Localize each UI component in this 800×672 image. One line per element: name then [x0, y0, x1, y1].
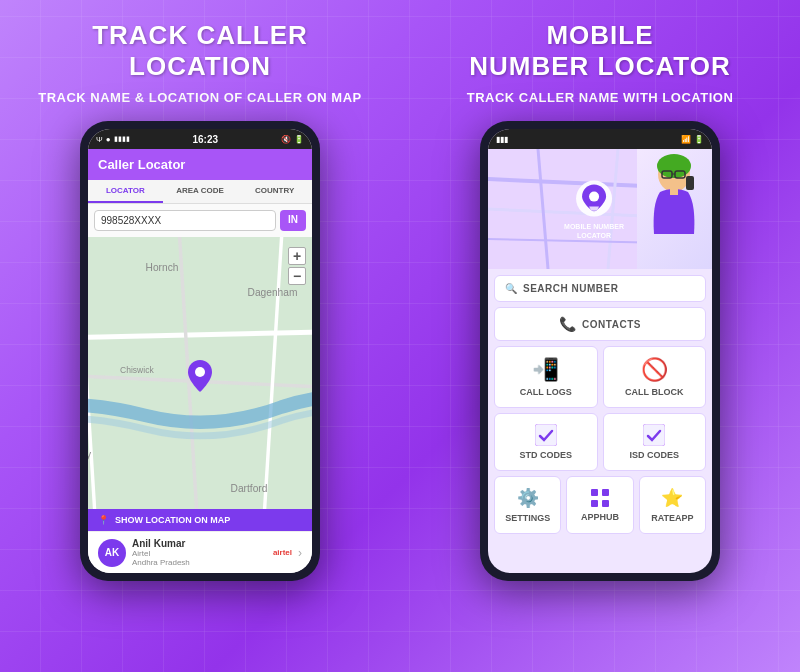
banner-title-line2: LOCATOR — [577, 231, 611, 238]
search-number-icon: 🔍 — [505, 283, 517, 294]
call-logs-button[interactable]: 📲 CALL LOGS — [494, 346, 598, 408]
status-left-icons: Ψ ● ▮▮▮▮ — [96, 135, 130, 144]
contact-avatar: AK — [98, 539, 126, 567]
svg-text:Hornch: Hornch — [146, 262, 179, 273]
rateapp-button[interactable]: ⭐ RATEAPP — [639, 476, 706, 534]
banner-pin-svg — [574, 179, 614, 219]
contacts-label: CONTACTS — [582, 319, 641, 330]
svg-rect-35 — [602, 500, 609, 507]
contact-state: Andhra Pradesh — [132, 558, 267, 567]
mute-icon: 🔇 — [281, 135, 291, 144]
map-controls: + − — [288, 247, 306, 285]
contact-info: AK Anil Kumar Airtel Andhra Pradesh airt… — [88, 531, 312, 573]
settings-label: SETTINGS — [505, 513, 550, 523]
show-location-bar[interactable]: 📍 SHOW LOCATION ON MAP — [88, 509, 312, 531]
svg-point-28 — [589, 192, 599, 202]
airtel-text: airtel — [273, 548, 292, 557]
banner-text: MOBILE NUMBER LOCATOR — [564, 223, 624, 240]
chevron-right-icon: › — [298, 546, 302, 560]
std-codes-button[interactable]: STD CODES — [494, 413, 598, 471]
apphub-button[interactable]: APPHUB — [566, 476, 633, 534]
show-location-label: SHOW LOCATION ON MAP — [115, 515, 230, 525]
right-battery-icon: 🔋 — [694, 135, 704, 144]
phone-search-input[interactable]: 998528XXXX — [94, 210, 276, 231]
right-wifi-icon: 📶 — [681, 135, 691, 144]
app-title: Caller Locator — [98, 157, 185, 172]
app-banner: MOBILE NUMBER LOCATOR — [488, 149, 712, 269]
banner-logo: MOBILE NUMBER LOCATOR — [564, 179, 624, 240]
call-block-button[interactable]: 🚫 CALL BLOCK — [603, 346, 707, 408]
svg-rect-31 — [643, 424, 665, 446]
tab-locator[interactable]: LOCATOR — [88, 180, 163, 203]
country-badge[interactable]: IN — [280, 210, 306, 231]
tab-locator-label: LOCATOR — [106, 186, 145, 195]
banner-title-line1: MOBILE NUMBER — [564, 223, 624, 230]
apphub-icon — [590, 488, 610, 508]
app-header: Caller Locator — [88, 149, 312, 180]
svg-text:Dagenham: Dagenham — [248, 288, 298, 299]
app-tabs: LOCATOR AREA CODE COUNTRY — [88, 180, 312, 204]
right-phone: ▮▮▮ 📶 🔋 — [480, 121, 720, 581]
zoom-out-button[interactable]: − — [288, 267, 306, 285]
search-value: 998528XXXX — [101, 215, 161, 226]
search-number-button[interactable]: 🔍 SEARCH NUMBER — [494, 275, 706, 302]
status-right-icons: 🔇 🔋 — [281, 135, 304, 144]
main-container: TRACK CALLER LOCATION TRACK NAME & LOCAT… — [0, 0, 800, 672]
tab-area-code-label: AREA CODE — [176, 186, 224, 195]
settings-icon: ⚙️ — [517, 487, 539, 509]
search-row: 998528XXXX IN — [88, 204, 312, 237]
right-status-left: ▮▮▮ — [496, 135, 508, 144]
codes-row: STD CODES ISD CODES — [494, 413, 706, 471]
isd-codes-icon — [643, 424, 665, 446]
std-codes-label: STD CODES — [519, 450, 572, 460]
svg-rect-25 — [686, 176, 694, 190]
wifi-icon: ● — [106, 135, 111, 144]
contacts-icon: 📞 — [559, 316, 576, 332]
svg-point-13 — [195, 367, 205, 377]
right-status-bar: ▮▮▮ 📶 🔋 — [488, 129, 712, 149]
app-buttons-area: 🔍 SEARCH NUMBER 📞 CONTACTS 📲 CALL LOGS — [488, 269, 712, 573]
rateapp-label: RATEAPP — [651, 513, 693, 523]
svg-text:Chiswick: Chiswick — [120, 365, 154, 375]
battery-icon: 🔋 — [294, 135, 304, 144]
bottom-row: ⚙️ SETTINGS APPHUB — [494, 476, 706, 534]
call-logs-label: CALL LOGS — [520, 387, 572, 397]
map-location-pin — [188, 360, 212, 399]
banner-woman-photo — [637, 149, 712, 269]
svg-rect-33 — [602, 489, 609, 496]
contact-name: Anil Kumar — [132, 538, 267, 549]
std-codes-icon — [535, 424, 557, 446]
contact-carrier: Airtel — [132, 549, 267, 558]
contact-details: Anil Kumar Airtel Andhra Pradesh — [132, 538, 267, 567]
svg-rect-29 — [592, 211, 596, 214]
tab-area-code[interactable]: AREA CODE — [163, 180, 238, 203]
status-bar: Ψ ● ▮▮▮▮ 16:23 🔇 🔋 — [88, 129, 312, 149]
left-phone-inner: Ψ ● ▮▮▮▮ 16:23 🔇 🔋 Caller Locator — [88, 129, 312, 573]
right-status-right: 📶 🔋 — [681, 135, 704, 144]
signal-icons: ▮▮▮▮ — [114, 135, 130, 143]
zoom-in-button[interactable]: + — [288, 247, 306, 265]
location-bar-icon: 📍 — [98, 515, 109, 525]
call-block-label: CALL BLOCK — [625, 387, 683, 397]
call-row: 📲 CALL LOGS 🚫 CALL BLOCK — [494, 346, 706, 408]
map-area: Haydon Rd Hornch Dagenham Bexley Dartfor… — [88, 237, 312, 509]
tab-country-label: COUNTRY — [255, 186, 294, 195]
isd-codes-button[interactable]: ISD CODES — [603, 413, 707, 471]
call-logs-icon: 📲 — [532, 357, 559, 383]
search-number-label: SEARCH NUMBER — [523, 283, 618, 294]
contacts-button[interactable]: 📞 CONTACTS — [494, 307, 706, 341]
settings-button[interactable]: ⚙️ SETTINGS — [494, 476, 561, 534]
call-block-icon: 🚫 — [641, 357, 668, 383]
svg-rect-34 — [591, 500, 598, 507]
right-signal-icon: ▮▮▮ — [496, 135, 508, 144]
right-phone-inner: ▮▮▮ 📶 🔋 — [488, 129, 712, 573]
left-phone: Ψ ● ▮▮▮▮ 16:23 🔇 🔋 Caller Locator — [80, 121, 320, 581]
isd-codes-label: ISD CODES — [629, 450, 679, 460]
tab-country[interactable]: COUNTRY — [237, 180, 312, 203]
woman-figure — [642, 154, 707, 264]
svg-rect-30 — [535, 424, 557, 446]
svg-text:Dartford: Dartford — [231, 483, 268, 494]
status-time: 16:23 — [192, 134, 218, 145]
rateapp-icon: ⭐ — [661, 487, 683, 509]
svg-rect-32 — [591, 489, 598, 496]
